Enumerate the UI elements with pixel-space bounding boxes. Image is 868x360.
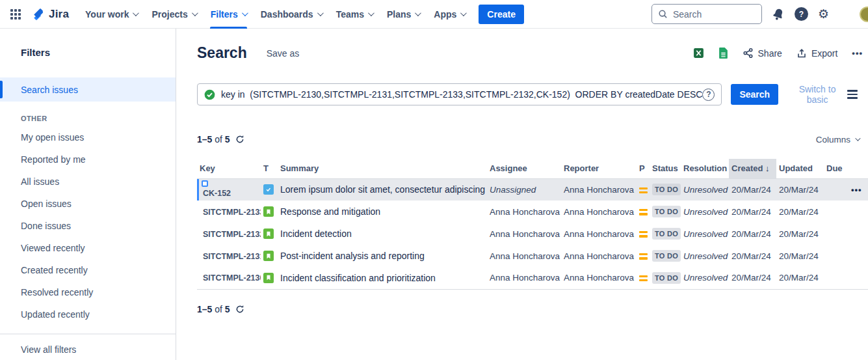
- sidebar-filter-list: My open issuesReported by meAll issuesOp…: [0, 126, 176, 325]
- google-sheets-export-icon[interactable]: [718, 48, 728, 59]
- reporter-cell: Anna Honcharova: [561, 245, 637, 267]
- issue-summary-link[interactable]: Post-incident analysis and reporting: [280, 251, 425, 261]
- issues-table: KeyTSummaryAssigneeReporterPStatusResolu…: [197, 159, 868, 290]
- notifications-bell-icon[interactable]: [772, 8, 785, 21]
- columns-dropdown[interactable]: Columns: [816, 135, 859, 145]
- refresh-icon[interactable]: [235, 305, 244, 314]
- column-header-p[interactable]: P: [637, 159, 650, 178]
- resolution-cell: Unresolved: [681, 178, 729, 201]
- sidebar-item-viewed-recently[interactable]: Viewed recently: [0, 237, 176, 259]
- due-cell: [824, 245, 848, 267]
- row-checkbox[interactable]: [202, 180, 208, 187]
- sidebar-item-created-recently[interactable]: Created recently: [0, 259, 176, 281]
- excel-export-icon[interactable]: [693, 48, 704, 59]
- issue-key-link[interactable]: SITCTMPL-2130: [200, 273, 261, 283]
- nav-item-plans[interactable]: Plans: [380, 0, 427, 29]
- jira-logo[interactable]: Jira: [31, 7, 69, 21]
- reporter-cell: Anna Honcharova: [561, 267, 637, 289]
- issue-key-link[interactable]: SITCTMPL-2133: [200, 208, 261, 217]
- reporter-cell: Anna Honcharova: [561, 178, 637, 201]
- app-switcher-grid-icon: [10, 9, 21, 20]
- table-header-row: KeyTSummaryAssigneeReporterPStatusResolu…: [197, 159, 868, 178]
- sidebar-item-open-issues[interactable]: Open issues: [0, 193, 176, 215]
- story-type-icon: [263, 273, 274, 283]
- status-badge: TO DO: [652, 272, 681, 284]
- refresh-icon[interactable]: [235, 135, 244, 144]
- story-type-icon: [263, 206, 274, 217]
- issue-key-link[interactable]: SITCTMPL-2132: [200, 230, 261, 239]
- sidebar-item-updated-recently[interactable]: Updated recently: [0, 303, 176, 325]
- filters-sidebar: Filters Search issues OTHER My open issu…: [0, 29, 176, 360]
- header-actions: Share Export •••: [693, 48, 863, 59]
- app-switcher-button[interactable]: [7, 9, 25, 20]
- issue-row-sitctmpl-2130[interactable]: SITCTMPL-2130Incident classification and…: [197, 267, 868, 289]
- updated-cell: 20/Mar/24: [776, 178, 824, 201]
- nav-item-apps[interactable]: Apps: [427, 0, 472, 29]
- column-header-reporter[interactable]: Reporter: [561, 159, 637, 178]
- issue-key-link[interactable]: CK-152: [200, 189, 231, 198]
- column-header-assignee[interactable]: Assignee: [487, 159, 561, 178]
- assignee-cell: Anna Honcharova: [487, 267, 561, 289]
- switch-to-basic-link[interactable]: Switch to basic: [789, 84, 846, 105]
- chevron-down-icon: [192, 10, 198, 16]
- column-header-t[interactable]: T: [261, 159, 278, 178]
- export-button[interactable]: Export: [796, 48, 837, 59]
- issue-summary-link[interactable]: Lorem ipsum dolor sit amet, consectetur …: [280, 184, 487, 195]
- more-actions-icon[interactable]: •••: [852, 48, 863, 58]
- sidebar-item-done-issues[interactable]: Done issues: [0, 215, 176, 237]
- column-header-due[interactable]: Due: [824, 159, 848, 178]
- column-header-updated[interactable]: Updated: [776, 159, 824, 178]
- status-badge: TO DO: [652, 206, 681, 217]
- sidebar-item-resolved-recently[interactable]: Resolved recently: [0, 281, 176, 303]
- create-button[interactable]: Create: [479, 5, 524, 24]
- sidebar-item-view-all-filters[interactable]: View all filters: [0, 335, 176, 360]
- nav-item-dashboards[interactable]: Dashboards: [254, 0, 329, 29]
- due-cell: [824, 223, 848, 245]
- column-header-key[interactable]: Key: [197, 159, 261, 178]
- column-header-created[interactable]: Created ↓: [729, 159, 776, 178]
- save-as-button[interactable]: Save as: [267, 48, 300, 59]
- column-header-resolution[interactable]: Resolution: [681, 159, 729, 178]
- help-icon[interactable]: ?: [795, 7, 808, 21]
- issue-row-sitctmpl-2133[interactable]: SITCTMPL-2133Response and mitigationAnna…: [197, 201, 868, 223]
- issue-summary-link[interactable]: Incident classification and prioritizati…: [280, 273, 436, 283]
- chevron-down-icon: [460, 10, 467, 16]
- search-results-pane: Search Save as: [176, 29, 868, 360]
- sidebar-item-search-issues[interactable]: Search issues: [0, 77, 176, 102]
- created-cell: 20/Mar/24: [729, 245, 776, 267]
- sidebar-item-my-open-issues[interactable]: My open issues: [0, 126, 176, 148]
- issue-summary-link[interactable]: Incident detection: [280, 228, 352, 239]
- issue-summary-link[interactable]: Response and mitigation: [280, 206, 380, 217]
- sidebar-item-all-issues[interactable]: All issues: [0, 171, 176, 193]
- settings-gear-icon[interactable]: ⚙: [818, 8, 829, 20]
- jql-valid-check-icon: [204, 89, 215, 100]
- nav-item-teams[interactable]: Teams: [329, 0, 380, 29]
- assignee-cell: Unassigned: [487, 178, 561, 201]
- column-header-status[interactable]: Status: [650, 159, 681, 178]
- resolution-cell: Unresolved: [681, 245, 729, 267]
- global-search-input[interactable]: [673, 9, 744, 20]
- jql-options-menu-icon[interactable]: [846, 89, 859, 100]
- share-button[interactable]: Share: [743, 48, 782, 59]
- status-badge: TO DO: [652, 228, 681, 240]
- global-search[interactable]: [651, 4, 762, 24]
- jql-search-button[interactable]: Search: [731, 84, 778, 105]
- column-header-summary[interactable]: Summary: [278, 159, 487, 178]
- updated-cell: 20/Mar/24: [776, 201, 824, 223]
- row-more-actions-icon[interactable]: •••: [851, 185, 862, 195]
- sidebar-item-reported-by-me[interactable]: Reported by me: [0, 148, 176, 171]
- issue-row-ck-152[interactable]: CK-152Lorem ipsum dolor sit amet, consec…: [197, 178, 868, 201]
- task-type-icon: [263, 184, 274, 195]
- nav-item-your-work[interactable]: Your work: [78, 0, 144, 29]
- nav-item-projects[interactable]: Projects: [144, 0, 203, 29]
- jql-query-input[interactable]: key in (SITCTMPL-2130,SITCTMPL-2131,SITC…: [197, 83, 722, 105]
- issue-row-sitctmpl-2132[interactable]: SITCTMPL-2132Incident detectionAnna Honc…: [197, 223, 868, 245]
- assignee-cell: Anna Honcharova: [487, 201, 561, 223]
- syntax-help-icon[interactable]: ?: [702, 89, 715, 101]
- story-type-icon: [263, 228, 274, 239]
- issue-row-sitctmpl-2131[interactable]: SITCTMPL-2131Post-incident analysis and …: [197, 245, 868, 267]
- nav-item-filters[interactable]: Filters: [204, 0, 254, 29]
- priority-medium-icon: [639, 275, 648, 281]
- resolution-cell: Unresolved: [681, 223, 729, 245]
- issue-key-link[interactable]: SITCTMPL-2131: [200, 252, 261, 261]
